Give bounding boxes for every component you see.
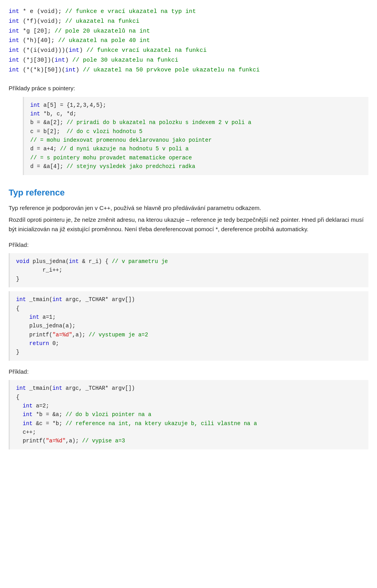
priklad-label-2: Příklad:: [9, 367, 368, 376]
priklad-label-1: Příklad:: [9, 240, 368, 249]
typ-reference-heading: Typ reference: [9, 188, 65, 197]
example-code-3: int _tmain(int argc, _TCHAR* argv[]){ in…: [9, 291, 368, 361]
intro-code-section: int * e (void); // funkce e vrací ukazat…: [9, 7, 368, 75]
example-code-4: int _tmain(int argc, _TCHAR* argv[]){ in…: [9, 380, 368, 449]
typ-reference-text1: Typ reference je podporován jen v C++, p…: [9, 203, 368, 213]
examples-heading: Příklady práce s pointery:: [9, 85, 75, 91]
example-code-1: int a[5] = {1,2,3,4,5};int *b, c, *d;b =…: [23, 97, 368, 175]
typ-reference-text2: Rozdíl oproti pointeru je, že nelze změn…: [9, 215, 368, 234]
example-code-2: void plus_jedna(int & r_i) { // v parame…: [9, 253, 368, 287]
